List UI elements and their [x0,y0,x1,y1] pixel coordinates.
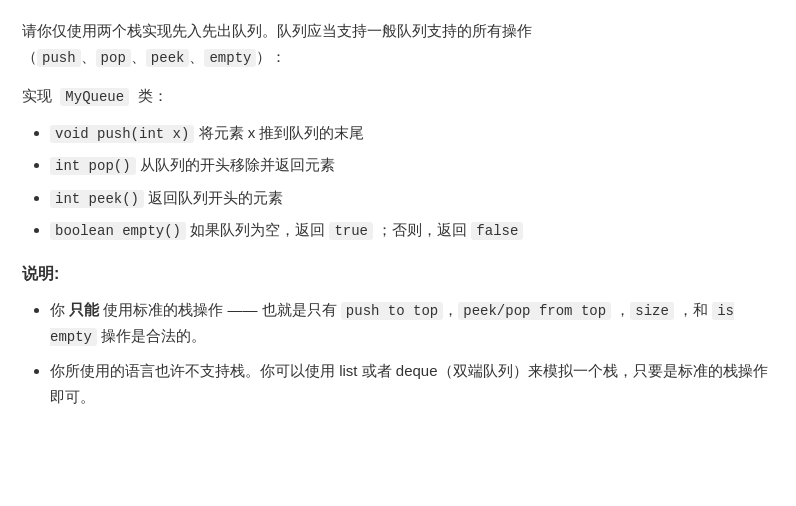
note1-code2: peek/pop from top [458,302,611,320]
method-peek-desc: 返回队列开头的元素 [148,189,283,206]
intro-line1: 请你仅使用两个栈实现先入先出队列。队列应当支持一般队列支持的所有操作 [22,22,532,39]
implement-suffix: 类： [138,87,168,104]
method-push-desc: 将元素 x 推到队列的末尾 [199,124,365,141]
notes-list: 你 只能 使用标准的栈操作 —— 也就是只有 push to top，peek/… [22,297,774,411]
intro-paren-close: ）： [256,48,286,65]
note1-code3: size [630,302,674,320]
note-section: 说明: 你 只能 使用标准的栈操作 —— 也就是只有 push to top，p… [22,260,774,411]
note-item-2: 你所使用的语言也许不支持栈。你可以使用 list 或者 deque（双端队列）来… [50,358,774,411]
note1-mid: 使用标准的栈操作 —— 也就是只有 [99,301,341,318]
method-push: void push(int x) 将元素 x 推到队列的末尾 [50,120,774,147]
implement-title: 实现 MyQueue 类： [22,83,774,110]
implement-prefix: 实现 [22,87,52,104]
method-pop-code: int pop() [50,157,136,175]
method-empty: boolean empty() 如果队列为空，返回 true ；否则，返回 fa… [50,217,774,244]
note-title: 说明: [22,260,774,287]
method-peek-code: int peek() [50,190,144,208]
method-empty-true: true [329,222,373,240]
method-empty-code: boolean empty() [50,222,186,240]
note1-code1: push to top [341,302,443,320]
note1-sep2: ， [611,301,630,318]
page-wrapper: 请你仅使用两个栈实现先入先出队列。队列应当支持一般队列支持的所有操作 （push… [22,18,774,410]
methods-list: void push(int x) 将元素 x 推到队列的末尾 int pop()… [22,120,774,244]
intro-code-empty: empty [204,49,256,67]
intro-code-peek: peek [146,49,190,67]
method-pop: int pop() 从队列的开头移除并返回元素 [50,152,774,179]
note1-prefix: 你 [50,301,69,318]
intro-paragraph: 请你仅使用两个栈实现先入先出队列。队列应当支持一般队列支持的所有操作 （push… [22,18,774,71]
method-empty-mid: ；否则，返回 [373,221,471,238]
note1-and: ，和 [674,301,712,318]
note1-bold: 只能 [69,301,99,318]
method-empty-desc: 如果队列为空，返回 [190,221,329,238]
method-push-code: void push(int x) [50,125,194,143]
method-peek: int peek() 返回队列开头的元素 [50,185,774,212]
implement-class: MyQueue [60,88,129,106]
method-pop-desc: 从队列的开头移除并返回元素 [140,156,335,173]
intro-paren-open: （ [22,48,37,65]
method-empty-false: false [471,222,523,240]
intro-code-push: push [37,49,81,67]
note2-text: 你所使用的语言也许不支持栈。你可以使用 list 或者 deque（双端队列）来… [50,362,768,405]
note1-suffix: 操作是合法的。 [97,327,206,344]
intro-code-pop: pop [96,49,131,67]
note1-sep: ， [443,301,458,318]
note-item-1: 你 只能 使用标准的栈操作 —— 也就是只有 push to top，peek/… [50,297,774,350]
